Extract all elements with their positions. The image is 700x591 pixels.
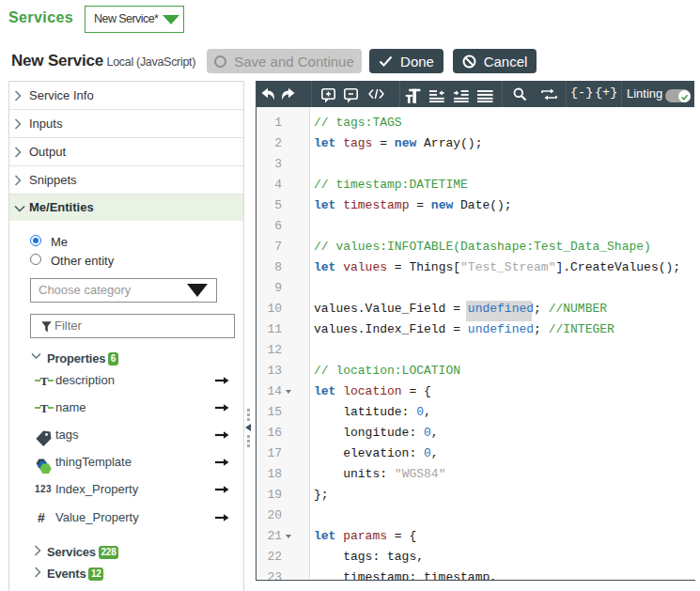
svg-text:T: T bbox=[39, 374, 48, 387]
svg-text:T: T bbox=[39, 401, 48, 414]
